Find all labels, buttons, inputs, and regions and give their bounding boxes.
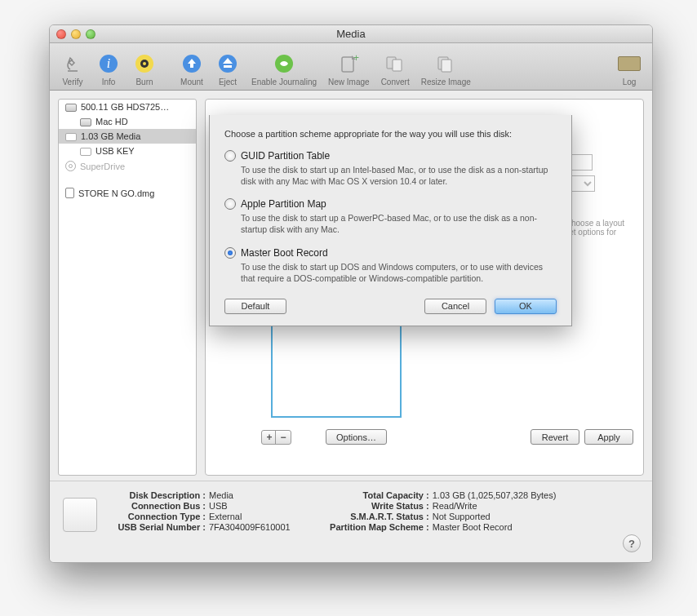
sheet-prompt: Choose a partition scheme appropriate fo…	[224, 128, 557, 140]
toolbar-log[interactable]: Log	[613, 51, 646, 86]
toolbar-eject[interactable]: Eject	[211, 51, 244, 86]
radio-icon[interactable]	[224, 150, 236, 162]
disk-info-footer: Disk Description :Media Connection Bus :…	[50, 481, 652, 562]
toolbar-resize-image[interactable]: Resize Image	[417, 51, 475, 86]
resize-icon	[433, 51, 458, 76]
microscope-icon	[60, 51, 85, 76]
toolbar-new-image[interactable]: + New Image	[324, 51, 374, 86]
disk-utility-window: Media Verify i Info Burn Mount	[49, 24, 653, 563]
svg-point-4	[143, 62, 146, 65]
sidebar-item-superdrive[interactable]: SuperDrive	[59, 158, 196, 174]
partition-scheme-sheet: Choose a partition scheme appropriate fo…	[209, 115, 572, 326]
option-apm[interactable]: Apple Partition Map To use the disk to s…	[224, 198, 557, 235]
footer-col-right: Total Capacity :1.03 GB (1,025,507,328 B…	[315, 490, 557, 554]
info-icon: i	[96, 51, 121, 76]
external-drive-icon	[80, 148, 91, 156]
radio-icon[interactable]	[224, 247, 236, 259]
svg-rect-7	[224, 65, 232, 68]
window-title: Media	[50, 28, 652, 40]
sidebar-item-dmg[interactable]: STORE N GO.dmg	[59, 185, 196, 201]
help-button[interactable]: ?	[623, 534, 641, 552]
close-icon[interactable]	[56, 29, 66, 39]
convert-icon	[383, 51, 407, 76]
default-button[interactable]: Default	[224, 299, 286, 314]
toolbar-enable-journaling[interactable]: Enable Journaling	[247, 51, 321, 86]
mount-icon	[180, 51, 204, 76]
log-icon	[617, 51, 642, 76]
sidebar-item-disk[interactable]: 500.11 GB HDS725…	[59, 100, 196, 114]
svg-rect-12	[393, 60, 402, 71]
toolbar-info[interactable]: i Info	[92, 51, 125, 86]
svg-text:i: i	[107, 56, 110, 70]
hard-drive-icon	[80, 118, 91, 126]
apply-button[interactable]: Apply	[584, 429, 633, 445]
footer-col-left: Disk Description :Media Connection Bus :…	[112, 490, 291, 554]
disk-large-icon	[63, 498, 97, 532]
optical-drive-icon	[65, 161, 76, 171]
options-button[interactable]: Options…	[326, 429, 387, 445]
minimize-icon[interactable]	[71, 29, 81, 39]
svg-rect-14	[442, 60, 451, 72]
toolbar-verify[interactable]: Verify	[56, 51, 89, 86]
svg-text:+: +	[353, 53, 359, 64]
journaling-icon	[272, 51, 296, 76]
sidebar-item-volume[interactable]: USB KEY	[59, 144, 196, 158]
new-image-icon: +	[336, 51, 361, 76]
radio-icon[interactable]	[224, 198, 236, 210]
toolbar-mount[interactable]: Mount	[175, 51, 208, 86]
revert-button[interactable]: Revert	[531, 429, 579, 445]
toolbar-convert[interactable]: Convert	[377, 51, 414, 86]
remove-partition-button[interactable]: −	[275, 430, 291, 445]
titlebar: Media	[50, 25, 652, 43]
cancel-button[interactable]: Cancel	[424, 299, 486, 314]
eject-icon	[215, 51, 240, 76]
toolbar-burn[interactable]: Burn	[128, 51, 161, 86]
disk-image-icon	[65, 188, 74, 198]
disk-sidebar[interactable]: 500.11 GB HDS725… Mac HD 1.03 GB Media U…	[58, 99, 197, 476]
external-drive-icon	[65, 133, 77, 141]
option-mbr[interactable]: Master Boot Record To use the disk to st…	[224, 247, 557, 284]
sidebar-item-media-selected[interactable]: 1.03 GB Media	[59, 129, 196, 144]
zoom-icon[interactable]	[86, 29, 95, 39]
svg-rect-9	[342, 57, 353, 72]
sidebar-item-volume[interactable]: Mac HD	[59, 114, 196, 129]
ok-button[interactable]: OK	[495, 299, 557, 314]
toolbar: Verify i Info Burn Mount Eject	[50, 43, 652, 91]
hard-drive-icon	[65, 104, 77, 112]
option-guid[interactable]: GUID Partition Table To use the disk to …	[224, 150, 557, 187]
burn-icon	[132, 51, 157, 76]
